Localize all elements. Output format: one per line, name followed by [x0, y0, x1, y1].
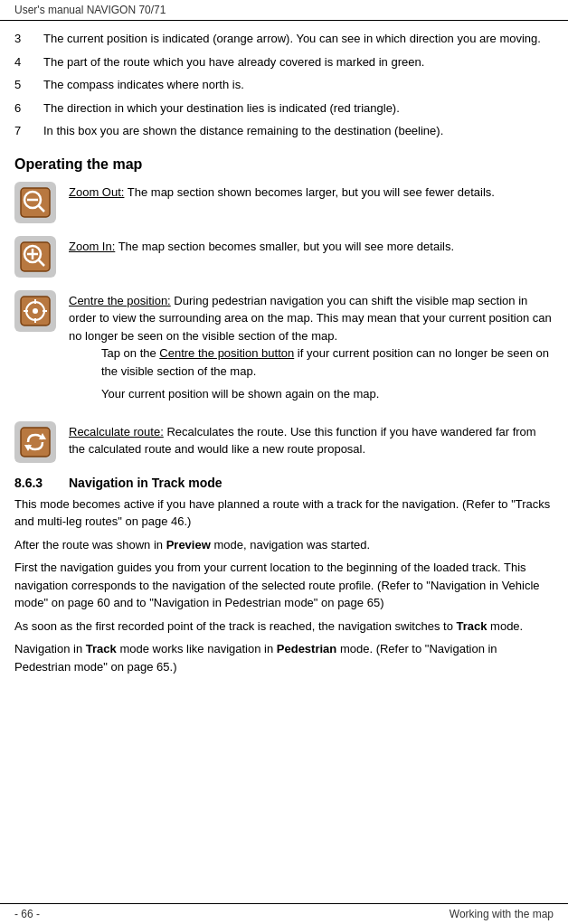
subsection-header: 8.6.3 Navigation in Track mode	[14, 476, 554, 490]
numbered-item: 7In this box you are shown the distance …	[14, 122, 554, 140]
icon-row: Zoom Out: The map section shown becomes …	[14, 182, 554, 223]
numbered-item: 3The current position is indicated (oran…	[14, 30, 554, 48]
item-text: The current position is indicated (orang…	[43, 30, 554, 48]
icon-label: Zoom Out:	[69, 185, 124, 199]
svg-point-11	[33, 308, 38, 314]
item-number: 7	[14, 122, 33, 140]
bold-pedestrian: Pedestrian	[277, 642, 336, 655]
icon-label: Centre the position:	[69, 294, 171, 307]
icon-description: Zoom Out: The map section shown becomes …	[69, 182, 554, 202]
numbered-item: 5The compass indicates where north is.	[14, 76, 554, 94]
item-text: The part of the route which you have alr…	[43, 53, 554, 71]
nav-track-paragraphs: This mode becomes active if you have pla…	[14, 495, 554, 676]
icon-row: Recalculate route: Recalculates the rout…	[14, 421, 554, 463]
operating-items-list: Zoom Out: The map section shown becomes …	[14, 182, 554, 463]
page-header: User's manual NAVIGON 70/71	[0, 0, 568, 21]
bold-preview: Preview	[166, 538, 211, 552]
item-number: 6	[14, 99, 33, 118]
icon-label: Recalculate route:	[69, 425, 164, 438]
recalculate-icon	[14, 421, 56, 463]
page-footer: - 66 - Working with the map	[0, 903, 568, 924]
svg-rect-16	[21, 428, 50, 457]
icon-label: Zoom In:	[69, 240, 115, 253]
icon-description: Centre the position: During pedestrian n…	[69, 290, 554, 409]
bold-track2: Track	[86, 642, 117, 655]
nav-track-paragraph: Navigation in Track mode works like navi…	[14, 640, 554, 675]
blockquote-text: Your current position will be shown agai…	[101, 385, 554, 403]
icon-row: Centre the position: During pedestrian n…	[14, 290, 554, 409]
icon-description: Recalculate route: Recalculates the rout…	[69, 421, 554, 458]
centre-icon	[14, 290, 56, 332]
numbered-item: 4The part of the route which you have al…	[14, 53, 554, 71]
nav-track-paragraph: This mode becomes active if you have pla…	[14, 495, 554, 531]
footer-left: - 66 -	[14, 908, 40, 920]
nav-track-paragraph: As soon as the first recorded point of t…	[14, 618, 554, 636]
icon-description: Zoom In: The map section becomes smaller…	[69, 236, 554, 256]
item-text: The compass indicates where north is.	[43, 76, 554, 94]
zoom-out-icon	[14, 182, 56, 223]
header-text: User's manual NAVIGON 70/71	[14, 4, 166, 16]
blockquote-text: Tap on the Centre the position button if…	[101, 344, 554, 380]
zoom-in-icon	[14, 236, 56, 278]
icon-row: Zoom In: The map section becomes smaller…	[14, 236, 554, 278]
subsection-num: 8.6.3	[14, 476, 69, 490]
main-content: 3The current position is indicated (oran…	[0, 21, 568, 717]
numbered-list: 3The current position is indicated (oran…	[14, 30, 554, 140]
item-text: The direction in which your destination …	[43, 99, 554, 118]
footer-right: Working with the map	[450, 908, 554, 920]
operating-map-heading: Operating the map	[14, 156, 554, 173]
item-number: 4	[14, 53, 33, 71]
item-number: 3	[14, 30, 33, 48]
subsection-title: Navigation in Track mode	[69, 476, 222, 490]
bold-track: Track	[456, 619, 487, 633]
numbered-item: 6The direction in which your destination…	[14, 99, 554, 118]
nav-track-paragraph: After the route was shown in Preview mod…	[14, 536, 554, 554]
item-number: 5	[14, 76, 33, 94]
item-text: In this box you are shown the distance r…	[43, 122, 554, 140]
nav-track-paragraph: First the navigation guides you from you…	[14, 559, 554, 612]
